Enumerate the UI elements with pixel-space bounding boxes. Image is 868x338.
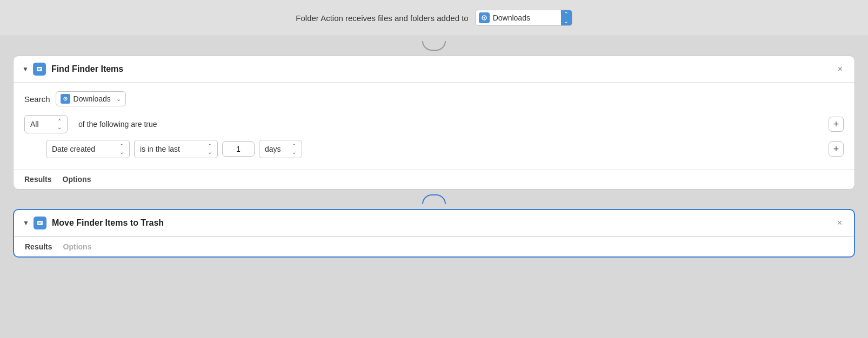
- connector-arch-blue: [422, 194, 446, 204]
- move-finder-items-trash-close[interactable]: ×: [834, 217, 845, 229]
- condition-operator-dropdown[interactable]: is in the last ⌃⌄: [134, 140, 218, 158]
- condition-field-arrow: ⌃⌄: [119, 143, 124, 155]
- svg-rect-5: [38, 68, 41, 69]
- connector-top: [422, 36, 446, 56]
- move-finder-items-trash-tabs: Results Options: [14, 236, 854, 256]
- svg-rect-13: [38, 223, 41, 224]
- condition-value-input[interactable]: [222, 141, 255, 157]
- finder-icon-1: [33, 63, 46, 76]
- svg-rect-6: [38, 69, 40, 70]
- find-finder-items-close[interactable]: ×: [834, 63, 846, 75]
- svg-point-2: [483, 17, 485, 19]
- find-finder-items-header: ▼ Find Finder Items ×: [14, 56, 854, 83]
- tab-options-1[interactable]: Options: [63, 175, 91, 184]
- filter-row: All ⌃⌄ of the following are true +: [24, 115, 844, 133]
- search-label: Search: [24, 94, 50, 104]
- find-finder-items-body: Search Downloads ⌄ All: [14, 83, 854, 169]
- find-finder-items-title: Find Finder Items: [51, 64, 834, 74]
- all-dropdown-arrow: ⌃⌄: [57, 118, 62, 130]
- top-bar: Folder Action receives files and folders…: [0, 0, 868, 36]
- condition-unit-arrow: ⌃⌄: [292, 143, 296, 155]
- filter-text: of the following are true: [78, 120, 157, 129]
- cards-container: ▼ Find Finder Items × Search: [0, 56, 868, 266]
- folder-action-dropdown[interactable]: Downloads ⌃⌄: [475, 10, 572, 26]
- all-dropdown-label: All: [30, 120, 55, 129]
- svg-point-9: [64, 98, 65, 99]
- search-row: Search Downloads ⌄: [24, 91, 844, 106]
- all-dropdown[interactable]: All ⌃⌄: [24, 115, 68, 133]
- condition-unit-label: days: [265, 145, 289, 153]
- find-finder-items-card: ▼ Find Finder Items × Search: [13, 56, 855, 190]
- condition-operator-arrow: ⌃⌄: [208, 143, 212, 155]
- tab-results-2[interactable]: Results: [25, 242, 52, 251]
- condition-field-dropdown[interactable]: Date created ⌃⌄: [46, 140, 130, 158]
- folder-action-label: Downloads: [493, 13, 557, 22]
- add-condition-btn[interactable]: +: [829, 141, 844, 157]
- plus-icon-condition: +: [833, 144, 839, 155]
- tab-options-2[interactable]: Options: [63, 242, 92, 251]
- connector-arch-shape: [422, 41, 446, 51]
- search-folder-dropdown[interactable]: Downloads ⌄: [56, 91, 126, 106]
- condition-row-0: Date created ⌃⌄ is in the last ⌃⌄ days ⌃…: [46, 140, 844, 158]
- up-down-icon: ⌃⌄: [564, 11, 569, 25]
- move-finder-items-trash-title: Move Finder Items to Trash: [52, 218, 834, 228]
- search-folder-icon: [61, 94, 70, 104]
- search-folder-chevron: ⌄: [116, 96, 121, 103]
- top-bar-description: Folder Action receives files and folders…: [296, 13, 468, 23]
- collapse-arrow-1[interactable]: ▼: [22, 65, 29, 73]
- search-folder-label: Downloads: [74, 94, 114, 103]
- collapse-arrow-2[interactable]: ▼: [23, 219, 29, 227]
- svg-rect-12: [38, 222, 42, 222]
- folder-action-icon: [479, 12, 490, 23]
- add-condition-group-btn[interactable]: +: [829, 117, 844, 132]
- move-finder-items-trash-card: ▼ Move Finder Items to Trash × Results O…: [13, 209, 855, 258]
- tab-results-1[interactable]: Results: [24, 175, 52, 184]
- condition-field-label: Date created: [52, 145, 116, 153]
- condition-operator-label: is in the last: [140, 145, 204, 153]
- find-finder-items-tabs: Results Options: [14, 169, 854, 189]
- connector-between: [9, 190, 859, 209]
- finder-icon-2: [34, 217, 46, 229]
- move-finder-items-trash-header: ▼ Move Finder Items to Trash ×: [14, 210, 854, 236]
- folder-action-arrows[interactable]: ⌃⌄: [561, 10, 572, 25]
- condition-unit-dropdown[interactable]: days ⌃⌄: [259, 140, 302, 158]
- plus-icon: +: [833, 119, 839, 130]
